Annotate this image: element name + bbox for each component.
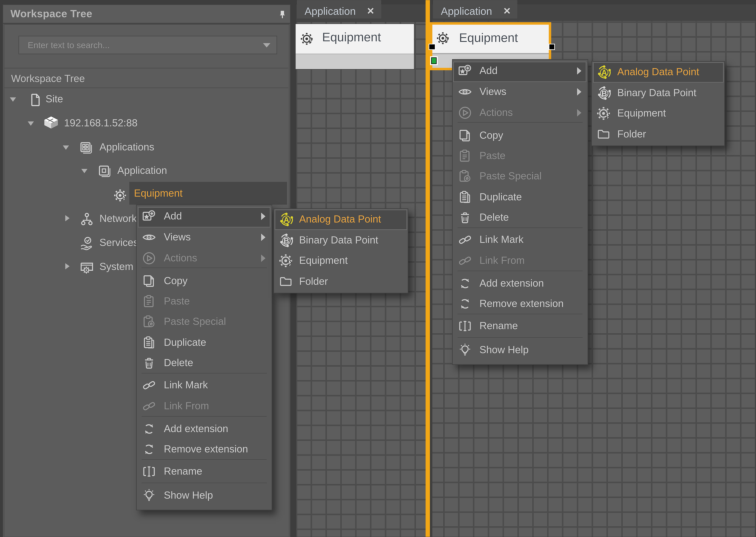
svg-text:B: B xyxy=(284,236,289,245)
svg-text:A: A xyxy=(602,68,607,77)
svg-text:A: A xyxy=(284,215,289,224)
svg-text:B: B xyxy=(602,89,607,98)
